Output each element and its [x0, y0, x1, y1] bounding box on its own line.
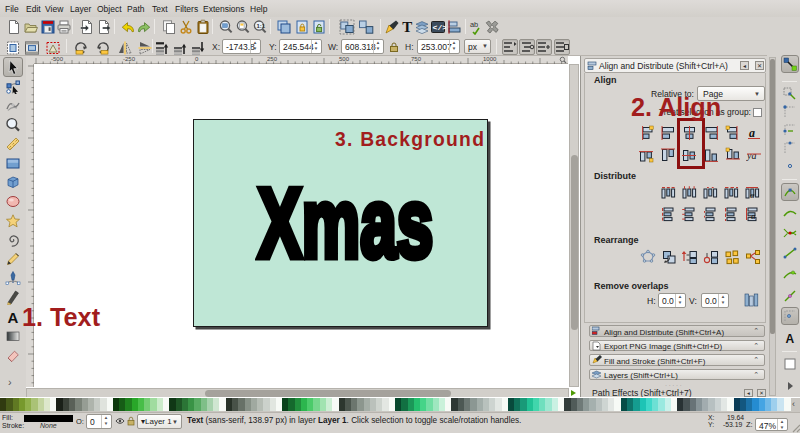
svg-text:a: a [751, 211, 756, 221]
svg-text:A: A [785, 332, 794, 346]
svg-text:a: a [750, 190, 755, 200]
svg-text:</>: </> [433, 23, 446, 32]
svg-text:A: A [8, 309, 19, 325]
svg-text:T: T [402, 19, 412, 35]
svg-text:1:1: 1:1 [256, 23, 265, 29]
svg-text:ab: ab [470, 20, 478, 29]
svg-text:ya: ya [746, 150, 756, 161]
svg-text:a: a [749, 126, 755, 140]
